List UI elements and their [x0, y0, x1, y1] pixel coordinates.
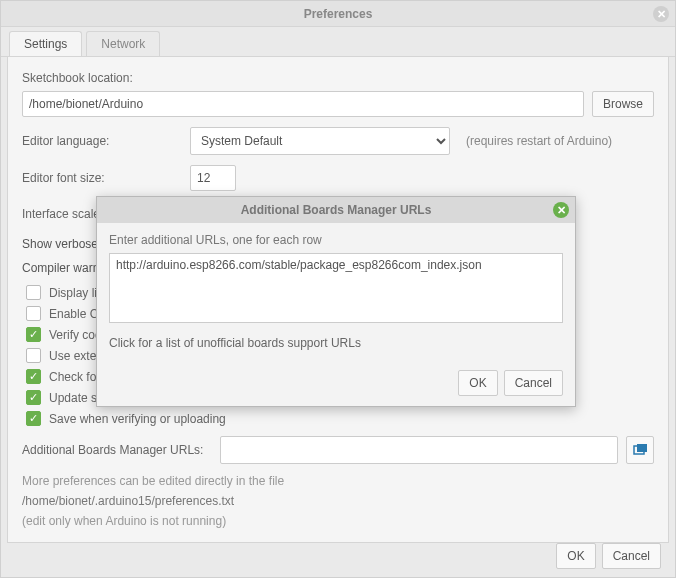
tabs: Settings Network	[1, 27, 675, 57]
save-when-verifying-label: Save when verifying or uploading	[49, 412, 226, 426]
tab-settings[interactable]: Settings	[9, 31, 82, 56]
compiler-warnings-label: Compiler warn	[22, 261, 99, 275]
editor-language-select[interactable]: System Default	[190, 127, 450, 155]
additional-boards-expand-button[interactable]	[626, 436, 654, 464]
update-sketches-checkbox[interactable]	[26, 390, 41, 405]
modal-cancel-button[interactable]: Cancel	[504, 370, 563, 396]
editor-language-label: Editor language:	[22, 134, 182, 148]
modal-ok-button[interactable]: OK	[458, 370, 497, 396]
editor-font-size-input[interactable]	[190, 165, 236, 191]
browse-button[interactable]: Browse	[592, 91, 654, 117]
window-close-icon[interactable]: ✕	[653, 6, 669, 22]
dialog-footer: OK Cancel	[556, 543, 661, 569]
modal-titlebar: Additional Boards Manager URLs ✕	[97, 197, 575, 223]
unofficial-boards-link[interactable]: Click for a list of unofficial boards su…	[109, 336, 361, 350]
modal-title: Additional Boards Manager URLs	[241, 203, 432, 217]
preferences-file-path[interactable]: /home/bionet/.arduino15/preferences.txt	[22, 494, 654, 508]
additional-boards-manager-urls-dialog: Additional Boards Manager URLs ✕ Enter a…	[96, 196, 576, 407]
window-title: Preferences	[304, 7, 373, 21]
additional-urls-textarea[interactable]	[109, 253, 563, 323]
more-preferences-line1: More preferences can be edited directly …	[22, 474, 654, 488]
modal-hint: Enter additional URLs, one for each row	[109, 233, 563, 247]
modal-close-icon[interactable]: ✕	[553, 202, 569, 218]
ok-button[interactable]: OK	[556, 543, 595, 569]
verbose-label: Show verbose	[22, 237, 98, 251]
svg-rect-1	[637, 444, 647, 452]
additional-boards-label: Additional Boards Manager URLs:	[22, 443, 212, 457]
enable-code-folding-checkbox[interactable]	[26, 306, 41, 321]
additional-boards-urls-input[interactable]	[220, 436, 618, 464]
use-external-editor-label: Use exter	[49, 349, 100, 363]
more-preferences-line3: (edit only when Arduino is not running)	[22, 514, 654, 528]
check-updates-label: Check for	[49, 370, 100, 384]
window-icon	[632, 442, 648, 458]
verify-code-checkbox[interactable]	[26, 327, 41, 342]
use-external-editor-checkbox[interactable]	[26, 348, 41, 363]
tab-network[interactable]: Network	[86, 31, 160, 56]
preferences-window: Preferences ✕ Settings Network Sketchboo…	[0, 0, 676, 578]
save-when-verifying-checkbox[interactable]	[26, 411, 41, 426]
display-line-numbers-checkbox[interactable]	[26, 285, 41, 300]
editor-font-size-label: Editor font size:	[22, 171, 182, 185]
sketchbook-input[interactable]	[22, 91, 584, 117]
editor-language-note: (requires restart of Arduino)	[466, 134, 612, 148]
sketchbook-label: Sketchbook location:	[22, 71, 133, 85]
cancel-button[interactable]: Cancel	[602, 543, 661, 569]
check-updates-checkbox[interactable]	[26, 369, 41, 384]
titlebar: Preferences ✕	[1, 1, 675, 27]
